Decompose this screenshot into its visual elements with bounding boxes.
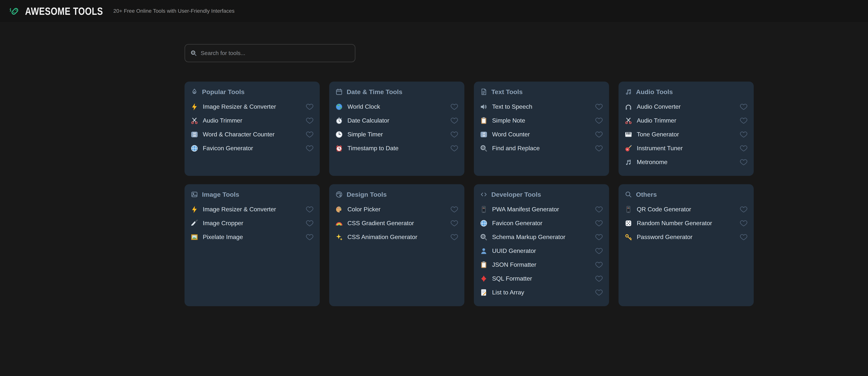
favorite-button[interactable] <box>595 131 603 138</box>
die-icon <box>625 219 632 227</box>
favorite-button[interactable] <box>595 117 603 125</box>
tool-item-favicon-generator[interactable]: Favicon Generator <box>191 141 314 155</box>
music-notes-icon <box>625 159 632 166</box>
tool-item-word-counter[interactable]: 1234Word Counter <box>480 128 603 141</box>
tool-item-schema-markup-generator[interactable]: Schema Markup Generator <box>480 230 603 244</box>
favorite-button[interactable] <box>740 233 748 241</box>
tool-item-timestamp-to-date[interactable]: Timestamp to Date <box>335 141 458 155</box>
tool-item-password-generator[interactable]: Password Generator <box>625 230 748 244</box>
favorite-button[interactable] <box>740 219 748 227</box>
tool-label: Audio Trimmer <box>637 117 676 124</box>
tool-label: Find and Replace <box>492 145 540 152</box>
flame-icon <box>191 88 198 96</box>
favorite-button[interactable] <box>595 219 603 227</box>
tool-label: PWA Manifest Generator <box>492 206 559 213</box>
favorite-button[interactable] <box>595 233 603 241</box>
globe-icon <box>480 219 488 227</box>
tool-item-simple-timer[interactable]: Simple Timer <box>335 128 458 141</box>
tool-item-sql-formatter[interactable]: SQL Formatter <box>480 272 603 285</box>
tool-item-audio-converter[interactable]: Audio Converter <box>625 100 748 114</box>
tool-label: List to Array <box>492 289 524 296</box>
tool-item-uuid-generator[interactable]: UUID Generator <box>480 244 603 258</box>
search-input[interactable] <box>201 50 349 56</box>
tool-item-audio-trimmer[interactable]: Audio Trimmer <box>625 114 748 128</box>
tool-label: Pixelate Image <box>203 234 243 241</box>
tool-item-pwa-manifest-generator[interactable]: PWA Manifest Generator <box>480 202 603 216</box>
favorite-button[interactable] <box>306 206 314 213</box>
favorite-button[interactable] <box>595 275 603 282</box>
tool-item-metronome[interactable]: Metronome <box>625 155 748 169</box>
favorite-button[interactable] <box>595 103 603 111</box>
tool-item-qr-code-generator[interactable]: QR Code Generator <box>625 202 748 216</box>
magnifier-color-icon <box>480 233 488 241</box>
tool-item-json-formatter[interactable]: JSON Formatter <box>480 258 603 272</box>
favorite-button[interactable] <box>595 247 603 255</box>
tool-item-image-resizer-converter[interactable]: Image Resizer & Converter <box>191 202 314 216</box>
tool-item-simple-note[interactable]: Simple Note <box>480 114 603 128</box>
input-numbers-icon: 1234 <box>191 131 198 138</box>
favorite-button[interactable] <box>450 233 458 241</box>
tool-item-text-to-speech[interactable]: Text to Speech <box>480 100 603 114</box>
favorite-button[interactable] <box>740 206 748 213</box>
input-numbers-icon: 1234 <box>480 131 488 138</box>
favorite-button[interactable] <box>595 289 603 296</box>
tool-item-find-and-replace[interactable]: Find and Replace <box>480 141 603 155</box>
tool-item-date-calculator[interactable]: Date Calculator <box>335 114 458 128</box>
headphones-icon <box>625 103 632 111</box>
tool-item-image-resizer-converter[interactable]: Image Resizer & Converter <box>191 100 314 114</box>
tool-item-favicon-generator[interactable]: Favicon Generator <box>480 216 603 230</box>
zap-icon <box>191 103 198 111</box>
tool-label: Instrument Tuner <box>637 145 683 152</box>
category-header: Text Tools <box>480 87 603 96</box>
clock-icon <box>335 131 343 138</box>
tool-label: Color Picker <box>347 206 380 213</box>
tool-item-css-gradient-generator[interactable]: CSS Gradient Generator <box>335 216 458 230</box>
favorite-button[interactable] <box>306 103 314 111</box>
tool-item-word-character-counter[interactable]: 1234Word & Character Counter <box>191 128 314 141</box>
favorite-button[interactable] <box>595 206 603 213</box>
favorite-button[interactable] <box>740 144 748 152</box>
tool-item-audio-trimmer[interactable]: Audio Trimmer <box>191 114 314 128</box>
favorite-button[interactable] <box>740 159 748 166</box>
favorite-button[interactable] <box>450 219 458 227</box>
tool-item-css-animation-generator[interactable]: CSS Animation Generator <box>335 230 458 244</box>
tool-item-color-picker[interactable]: Color Picker <box>335 202 458 216</box>
mobile-icon <box>480 206 488 213</box>
category-title: Image Tools <box>202 191 239 198</box>
favorite-button[interactable] <box>450 117 458 125</box>
person-icon <box>480 247 488 255</box>
tool-item-tone-generator[interactable]: Tone Generator <box>625 128 748 141</box>
category-card-design-tools: Design ToolsColor PickerCSS Gradient Gen… <box>329 184 464 306</box>
tool-item-instrument-tuner[interactable]: Instrument Tuner <box>625 141 748 155</box>
scissors-icon <box>191 117 198 125</box>
favorite-button[interactable] <box>450 103 458 111</box>
app-title: AWESOME TOOLS <box>25 5 103 17</box>
tool-item-pixelate-image[interactable]: Pixelate Image <box>191 230 314 244</box>
tool-item-image-cropper[interactable]: Image Cropper <box>191 216 314 230</box>
clipboard-icon <box>480 117 488 125</box>
favorite-button[interactable] <box>306 131 314 138</box>
favorite-button[interactable] <box>740 131 748 138</box>
favorite-button[interactable] <box>306 233 314 241</box>
favorite-button[interactable] <box>306 144 314 152</box>
code-icon <box>480 191 488 198</box>
favorite-button[interactable] <box>450 144 458 152</box>
favorite-button[interactable] <box>306 219 314 227</box>
tool-item-random-number-generator[interactable]: Random Number Generator <box>625 216 748 230</box>
favorite-button[interactable] <box>450 206 458 213</box>
favorite-button[interactable] <box>306 117 314 125</box>
rainbow-icon <box>335 219 343 227</box>
favorite-button[interactable] <box>740 103 748 111</box>
tool-item-list-to-array[interactable]: List to Array <box>480 285 603 299</box>
category-header: Others <box>625 190 748 199</box>
favorite-button[interactable] <box>740 117 748 125</box>
guitar-icon <box>625 144 632 152</box>
category-card-image-tools: Image ToolsImage Resizer & ConverterImag… <box>185 184 320 306</box>
favorite-button[interactable] <box>595 144 603 152</box>
tool-label: Schema Markup Generator <box>492 234 565 241</box>
favorite-button[interactable] <box>595 261 603 269</box>
tool-item-world-clock[interactable]: World Clock <box>335 100 458 114</box>
zap-icon <box>191 206 198 213</box>
tool-label: Metronome <box>637 159 668 166</box>
favorite-button[interactable] <box>450 131 458 138</box>
